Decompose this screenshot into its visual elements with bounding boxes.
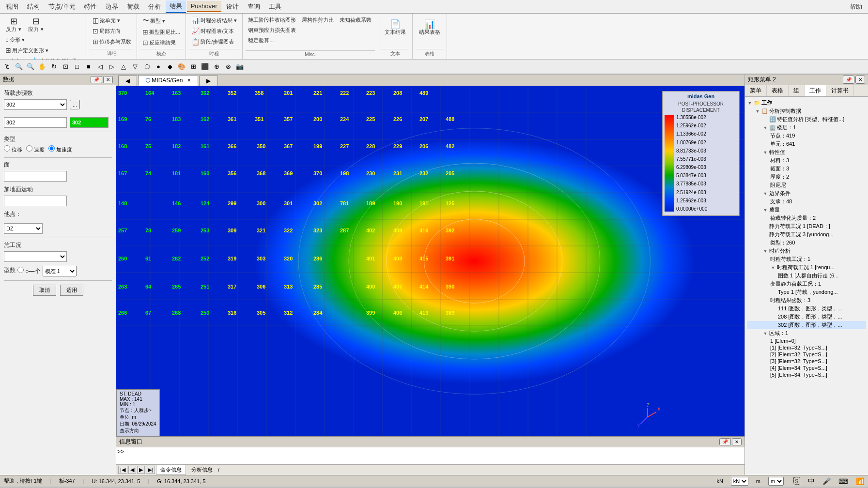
step-select[interactable]: 302 [4,99,67,110]
btn-beam-element[interactable]: ◫ 梁单元 ▾ [90,15,134,25]
tree-mass-convert[interactable]: 荷载转化为质量：2 [747,214,866,222]
tb2-more2[interactable]: ⊗ [223,61,233,72]
tb2-back[interactable]: ■ [83,61,94,72]
menu-results[interactable]: 结果 [166,0,186,13]
tb2-right[interactable]: ▷ [107,61,117,72]
tb2-iso[interactable]: ⬡ [141,61,152,72]
step-more-btn[interactable]: ... [70,100,80,109]
btn-time-history-result[interactable]: 📊 时程分析结果 ▾ [189,15,239,25]
tree-time-analysis[interactable]: ▼ 时程分析 [747,247,866,255]
right-panel-pin[interactable]: 📌 [843,76,854,84]
working-select[interactable] [4,251,67,262]
btn-time-chart[interactable]: 📈 时程图表/文本 [189,26,239,36]
btn-unknown-load[interactable]: 未知荷载系数 [337,15,374,25]
tree-region[interactable]: ▼ 区域：1 [747,329,866,337]
tb2-top[interactable]: △ [118,61,129,72]
midas-tab-close[interactable]: × [187,77,191,84]
menu-analysis[interactable]: 分析 [144,1,165,13]
tb2-rotate[interactable]: ↻ [48,61,59,72]
nav-left-arrow[interactable]: ◀ [118,76,137,86]
radio-acceleration[interactable]: 加速度 [48,145,72,153]
face-input[interactable] [4,171,67,182]
tree-time-lc1[interactable]: ▼ 时程荷载工况 1 [renqu... [747,263,866,272]
tb2-wire[interactable]: ⊞ [188,61,199,72]
tree-type-1[interactable]: Type 1 [荷载，yundong... [747,288,866,296]
nav-right-arrow[interactable]: ▶ [199,76,218,86]
menu-design[interactable]: 设计 [222,1,243,13]
tb2-left[interactable]: ◁ [95,61,106,72]
btn-prestress-loss[interactable]: 钢束预应力损失图表 [246,26,298,35]
tree-static-lc1[interactable]: 静力荷载工况 1 [DEAD；] [747,222,866,230]
tree-elem-5[interactable]: [5] [Elem=34: Type=S...] [747,371,866,378]
right-tab-table[interactable]: 表格 [767,85,789,96]
tree-result-208[interactable]: 208 [图数，图形，类型，... [747,313,866,321]
tree-time-lc-count[interactable]: 时程荷载工况：1 [747,255,866,263]
midas-tab[interactable]: ⬡ MIDAS/Gen × [138,75,198,86]
unit-select-kn[interactable]: kN [731,477,748,486]
canvas-area[interactable]: 370 164 163 362 352 358 201 221 222 223 … [116,86,744,436]
tree-analysis-control[interactable]: ▼ 📋 分析控制数据 [747,107,866,115]
tree-elem-2[interactable]: [2] [Elem=32: Type=S...] [747,351,866,358]
tree-eigenvalue[interactable]: 🔣 特征值分析 [类型、特征值...] [747,115,866,123]
ground-input[interactable] [4,196,67,206]
tree-variable-static[interactable]: 变量静力荷载工况：1 [747,280,866,288]
tb2-bottom[interactable]: ▽ [130,61,140,72]
btn-vibration-mode[interactable]: 〜 振型 ▾ [140,15,183,26]
info-pin[interactable]: 📌 [719,438,731,445]
info-close[interactable]: ✕ [732,438,742,445]
tab-analysis-info[interactable]: 分析信息 [187,465,217,475]
menu-query[interactable]: 查询 [244,1,264,13]
nav-last[interactable]: ▶| [146,466,155,474]
menu-boundary[interactable]: 边界 [102,1,122,13]
tb2-solid[interactable]: ⬛ [200,61,210,72]
tb2-node-on[interactable]: ● [153,61,164,72]
btn-result-table[interactable]: 📊 结果表格 [416,15,444,40]
menu-tools[interactable]: 工具 [265,1,285,13]
tree-section[interactable]: 截面：3 [747,165,866,173]
tb2-pan[interactable]: ✋ [37,61,47,72]
menu-help[interactable]: 帮助 [846,1,866,13]
right-tab-group[interactable]: 组 [789,85,805,96]
btn-floor-shear[interactable]: 层构件剪力比 [299,15,336,25]
tree-elem-4[interactable]: [4] [Elem=34: Type=S...] [747,365,866,371]
tb2-front[interactable]: □ [72,61,82,72]
right-tab-menu[interactable]: 菜单 [745,85,767,96]
nav-first[interactable]: |◀ [118,466,127,474]
tree-static-lc3[interactable]: 静力荷载工况 3 [yundong... [747,230,866,239]
apply-btn[interactable]: 适用 [60,285,83,296]
btn-text-result[interactable]: 📄 文本结果 [381,15,409,40]
btn-deformation[interactable]: ↕ 变形 ▾ [3,35,27,45]
btn-user-defined[interactable]: ⊞ 用户定义图形 ▾ [3,46,51,55]
tb2-zoom-out[interactable]: 🔍 [25,61,36,72]
tree-boundary[interactable]: ▼ 边界条件 [747,189,866,198]
nav-next[interactable]: ▶ [137,466,145,474]
value-input-highlight[interactable] [70,117,108,128]
cancel-btn[interactable]: 取消 [33,285,56,296]
unit-select-m[interactable]: m [768,477,784,486]
tree-elem-count[interactable]: 单元：641 [747,140,866,148]
menu-properties[interactable]: 特性 [80,1,101,13]
tree-thickness[interactable]: 厚度：2 [747,173,866,181]
tree-properties[interactable]: ▼ 特性值 [747,148,866,156]
tb2-screenshot[interactable]: 📷 [234,61,245,72]
btn-reaction[interactable]: ⊞ 反力 ▾ [3,15,24,34]
tree-result-111[interactable]: 111 [图数，图形，类型，... [747,305,866,313]
keyboard-icon[interactable]: ⌨ [838,477,848,485]
tree-damping[interactable]: 阻尼尼 [747,181,866,189]
mic-icon[interactable]: 🎤 [822,477,831,485]
btn-construction-shrinkage[interactable]: 施工阶段柱收缩图形 [246,15,298,25]
tree-node-count[interactable]: 节点：419 [747,132,866,140]
right-panel-close[interactable]: ✕ [855,76,865,84]
tree-mass[interactable]: ▼ 质量 [747,206,866,214]
right-tab-calc[interactable]: 计算书 [826,85,854,96]
tb2-elem-on[interactable]: ◆ [165,61,175,72]
right-tab-work[interactable]: 工作 [805,85,826,96]
tree-result-func[interactable]: 时程结果函数：3 [747,296,866,305]
tree-elem-1[interactable]: [1] [Elem=32: Type=S...] [747,344,866,351]
btn-local-direction[interactable]: ⊡ 局部方向 [90,26,134,36]
menu-pushover[interactable]: Pushover [187,1,221,12]
value-input[interactable] [4,117,67,128]
tree-elem-3[interactable]: [3] [Elem=32: Type=S...] [747,358,866,365]
tree-result-302[interactable]: 302 [图数，图形，类型，... [747,321,866,329]
nav-prev[interactable]: ◀ [128,466,136,474]
